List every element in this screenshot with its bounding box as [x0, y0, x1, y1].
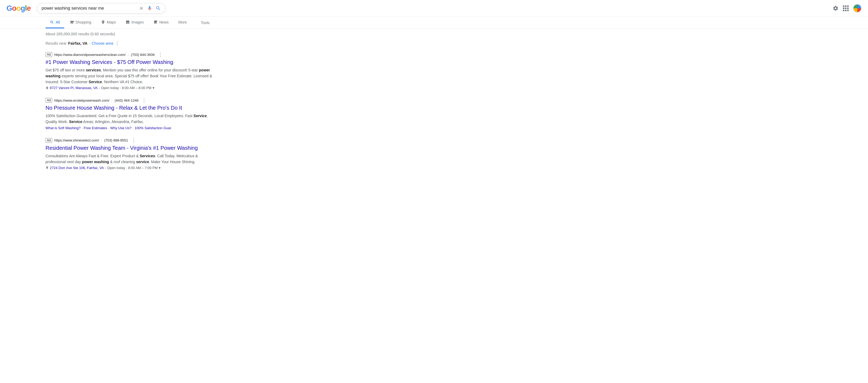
tab-images[interactable]: Images — [121, 17, 148, 28]
tab-all[interactable]: All — [45, 17, 64, 28]
tab-news-label: News — [159, 20, 169, 24]
ad-meta-2: Ad https://www.ecotekpowerwash.com/ · (4… — [45, 97, 213, 103]
ad-result-2: Ad https://www.ecotekpowerwash.com/ · (4… — [45, 97, 213, 130]
sitelink-satisfaction[interactable]: 100% Satisfaction Guar. — [135, 126, 172, 130]
google-logo[interactable]: Google — [6, 4, 31, 12]
ad-hours-sep-1: - — [99, 86, 100, 90]
logo-o2: o — [16, 4, 21, 12]
choose-area-link[interactable]: Choose area — [92, 41, 113, 45]
ad-location-link-1[interactable]: 8727 Vanore Pl, Manassas, VA — [50, 86, 98, 90]
ad-url-2: https://www.ecotekpowerwash.com/ — [54, 98, 110, 102]
settings-button[interactable] — [833, 5, 839, 11]
ad-options-3[interactable]: ⋮ — [131, 137, 136, 143]
avatar[interactable] — [853, 4, 862, 12]
results-count: About 265,000,000 results (0.60 seconds) — [45, 32, 213, 36]
ad-location-3: 2724 Dorr Ave Ste 106, Fairfax, VA - Ope… — [45, 166, 213, 170]
location-bar: Results near Fairfax, VA · Choose area ⋮ — [45, 40, 213, 46]
location-separator: · — [89, 41, 90, 45]
tab-images-label: Images — [131, 20, 144, 24]
ad-sep-3: · — [101, 138, 102, 142]
logo-e: e — [27, 4, 31, 12]
tab-news[interactable]: News — [149, 17, 173, 28]
tab-more[interactable]: More — [174, 17, 191, 28]
grid-icon — [843, 5, 849, 11]
ad-url-3: https://www.shineselect.com/ — [54, 138, 99, 142]
main-content: About 265,000,000 results (0.60 seconds)… — [0, 29, 220, 184]
tools-button[interactable]: Tools — [196, 18, 214, 28]
voice-search-button[interactable] — [147, 6, 152, 11]
ad-phone-3: (703) 888-8551 — [104, 138, 128, 142]
news-tab-icon — [153, 20, 158, 24]
search-icons — [139, 6, 161, 11]
ad-desc-2: 100% Satisfaction Guaranteed. Get a Free… — [45, 113, 213, 125]
ad-label-1: Ad — [45, 52, 52, 57]
ad-hours-dropdown-3[interactable]: ▾ — [159, 166, 161, 170]
shopping-tab-icon — [70, 20, 74, 24]
location-name: Fairfax, VA — [68, 41, 88, 45]
location-pin-icon-3 — [45, 166, 49, 169]
clear-button[interactable] — [139, 6, 144, 11]
tab-all-label: All — [56, 20, 60, 24]
logo-g: g — [21, 4, 25, 12]
ad-meta-1: Ad https://www.diamondpowerwashersclean.… — [45, 51, 213, 58]
ad-hours-1: Open today · 8:00 AM – 8:00 PM — [101, 86, 152, 90]
ad-hours-dropdown-1[interactable]: ▾ — [153, 86, 154, 90]
ad-result-1: Ad https://www.diamondpowerwashersclean.… — [45, 51, 213, 90]
tab-shopping-label: Shopping — [75, 20, 91, 24]
ad-desc-1: Get $75 off two or more services. Mentio… — [45, 67, 213, 85]
results-near-label: Results near — [45, 41, 67, 45]
logo-l: l — [25, 4, 27, 12]
sitelink-why-use-us[interactable]: Why Use Us? — [110, 126, 131, 130]
ad-title-3[interactable]: Residential Power Washing Team - Virgini… — [45, 144, 213, 151]
ad-desc-3: Consultations Are Always Fast & Free. Ex… — [45, 153, 213, 165]
search-tab-icon — [50, 20, 54, 24]
ad-location-1: 8727 Vanore Pl, Manassas, VA - Open toda… — [45, 86, 213, 90]
ad-phone-1: (703) 844-3934 — [131, 53, 155, 57]
nav-tabs: All Shopping Maps Images News More Tools — [0, 17, 868, 29]
tab-shopping[interactable]: Shopping — [65, 17, 96, 28]
ad-hours-sep-3: - — [105, 166, 106, 170]
header: Google — [0, 0, 868, 17]
ad-meta-3: Ad https://www.shineselect.com/ · (703) … — [45, 137, 213, 143]
search-bar[interactable] — [37, 3, 165, 13]
ad-sitelinks-2: What is Soft Washing? · Free Estimates ·… — [45, 126, 213, 130]
ad-label-2: Ad — [45, 98, 52, 103]
ad-phone-2: (443) 464-1246 — [115, 98, 138, 102]
apps-button[interactable] — [843, 5, 849, 11]
ad-url-1: https://www.diamondpowerwashersclean.com… — [54, 53, 126, 57]
ad-options-2[interactable]: ⋮ — [142, 97, 147, 103]
logo-G: G — [6, 4, 12, 12]
logo-o1: o — [12, 4, 16, 12]
search-button[interactable] — [156, 6, 161, 11]
ad-title-2[interactable]: No Pressure House Washing - Relax & Let … — [45, 104, 213, 111]
avatar-image — [854, 5, 861, 12]
maps-tab-icon — [101, 20, 105, 24]
ad-hours-3: Open today · 8:00 AM – 7:00 PM — [107, 166, 158, 170]
tab-more-label: More — [178, 20, 187, 24]
ad-label-3: Ad — [45, 138, 52, 143]
images-tab-icon — [126, 20, 130, 24]
sitelink-soft-washing[interactable]: What is Soft Washing? — [45, 126, 81, 130]
more-options-icon[interactable]: ⋮ — [115, 40, 120, 46]
tab-maps-label: Maps — [107, 20, 116, 24]
ad-location-link-3[interactable]: 2724 Dorr Ave Ste 106, Fairfax, VA — [50, 166, 104, 170]
ad-sep-1: · — [128, 53, 129, 57]
ad-title-1[interactable]: #1 Power Washing Services - $75 Off Powe… — [45, 59, 213, 66]
location-pin-icon-1 — [45, 86, 49, 90]
ad-result-3: Ad https://www.shineselect.com/ · (703) … — [45, 137, 213, 170]
header-right — [833, 4, 862, 12]
ad-sep-2: · — [112, 98, 113, 102]
ad-options-1[interactable]: ⋮ — [158, 51, 163, 58]
sitelink-free-estimates[interactable]: Free Estimates — [84, 126, 107, 130]
tab-maps[interactable]: Maps — [97, 17, 120, 28]
search-input[interactable] — [41, 6, 137, 11]
